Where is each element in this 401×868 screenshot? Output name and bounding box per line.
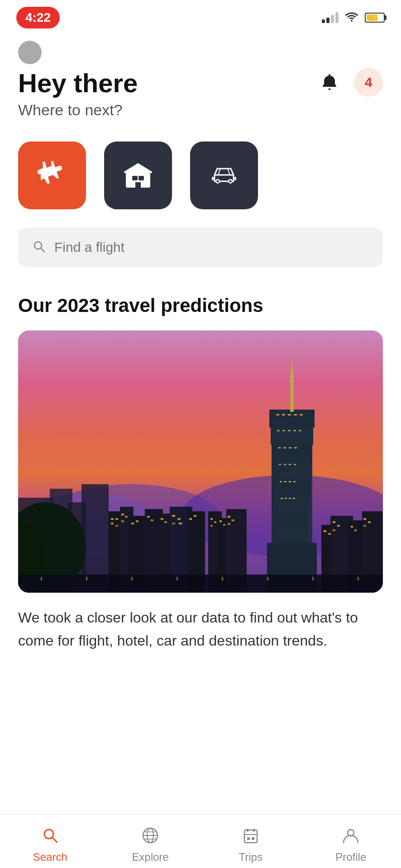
profile-nav-icon [339,824,363,847]
svg-rect-71 [276,414,279,415]
notification-bell-button[interactable] [316,69,343,96]
svg-rect-66 [276,527,308,543]
svg-rect-90 [284,481,286,482]
nav-item-profile[interactable]: Profile [301,824,401,863]
search-bar-icon [32,239,46,255]
svg-rect-80 [299,430,301,431]
search-nav-label: Search [33,851,67,863]
trips-nav-label: Trips [239,851,263,863]
nav-item-explore[interactable]: Explore [100,824,201,863]
svg-rect-33 [125,516,128,518]
svg-rect-89 [280,481,282,482]
svg-rect-50 [210,518,213,520]
svg-rect-40 [164,521,167,523]
svg-rect-2 [138,176,144,180]
explore-nav-icon [138,824,162,847]
svg-rect-43 [172,523,175,524]
svg-point-7 [229,180,232,182]
svg-rect-76 [277,430,280,431]
svg-rect-46 [194,515,196,517]
hotels-button[interactable] [104,142,172,209]
header-right: 4 [316,41,383,97]
svg-rect-78 [288,430,291,431]
svg-rect-130 [247,837,250,840]
search-bar[interactable] [18,227,383,267]
svg-rect-93 [281,498,283,499]
svg-rect-51 [214,521,216,523]
svg-rect-108 [363,518,366,520]
svg-rect-106 [351,526,353,528]
svg-rect-45 [189,518,192,520]
svg-rect-72 [282,414,285,415]
svg-rect-77 [282,430,285,431]
content-section: Our 2023 travel predictions [0,285,401,666]
svg-rect-41 [172,515,175,517]
service-buttons-container [0,132,401,223]
svg-rect-54 [223,524,225,526]
svg-rect-73 [288,414,291,415]
svg-rect-103 [333,521,335,523]
svg-rect-42 [177,518,181,520]
svg-rect-104 [337,525,340,527]
svg-rect-95 [289,498,291,499]
svg-rect-35 [131,523,134,524]
status-bar: 4:22 ⚡ [0,0,401,32]
svg-rect-110 [363,525,366,527]
svg-rect-53 [220,520,222,522]
travel-image [18,330,383,593]
svg-rect-128 [253,829,255,832]
svg-rect-107 [354,529,357,531]
svg-rect-116 [222,577,223,580]
section-title: Our 2023 travel predictions [18,294,383,317]
svg-rect-61 [272,445,312,462]
status-icons: ⚡ [322,11,385,24]
wifi-icon [345,11,358,24]
svg-rect-82 [283,447,286,448]
svg-rect-29 [115,518,118,520]
svg-rect-81 [278,447,281,448]
nav-item-search[interactable]: Search [0,824,100,863]
greeting: Hey there [18,69,138,98]
svg-rect-86 [284,464,286,465]
svg-rect-79 [293,430,296,431]
status-time: 4:22 [16,7,60,28]
svg-rect-55 [228,516,230,518]
svg-rect-96 [293,498,295,499]
trips-nav-icon [239,824,263,847]
svg-rect-31 [115,525,118,527]
bottom-nav: Search Explore Trips [0,814,401,868]
svg-rect-57 [228,523,230,525]
svg-rect-92 [293,481,296,482]
svg-rect-131 [252,837,254,840]
svg-rect-28 [111,518,114,520]
svg-rect-34 [121,520,124,522]
svg-rect-63 [273,479,310,495]
svg-rect-119 [358,577,359,580]
svg-rect-64 [274,495,310,511]
svg-rect-91 [289,481,291,482]
signal-icon [322,12,339,23]
battery-icon: ⚡ [365,13,385,23]
svg-rect-1 [132,176,138,180]
svg-rect-52 [210,525,213,527]
flights-button[interactable] [18,142,86,209]
flight-search-input[interactable] [54,240,369,255]
svg-rect-94 [285,498,287,499]
nav-item-trips[interactable]: Trips [200,824,301,863]
svg-rect-56 [232,519,234,521]
svg-rect-38 [151,519,153,521]
notification-count-badge[interactable]: 4 [354,68,383,97]
svg-rect-115 [177,577,178,580]
svg-rect-127 [247,829,248,832]
svg-rect-44 [179,523,182,524]
svg-rect-36 [136,520,138,522]
svg-rect-118 [312,577,314,580]
cars-button[interactable] [190,142,258,209]
svg-rect-101 [324,530,326,532]
svg-rect-62 [272,462,311,479]
svg-rect-126 [244,830,257,843]
svg-rect-111 [18,575,383,593]
svg-rect-114 [131,577,133,580]
svg-rect-3 [135,182,141,188]
svg-rect-117 [267,577,268,580]
